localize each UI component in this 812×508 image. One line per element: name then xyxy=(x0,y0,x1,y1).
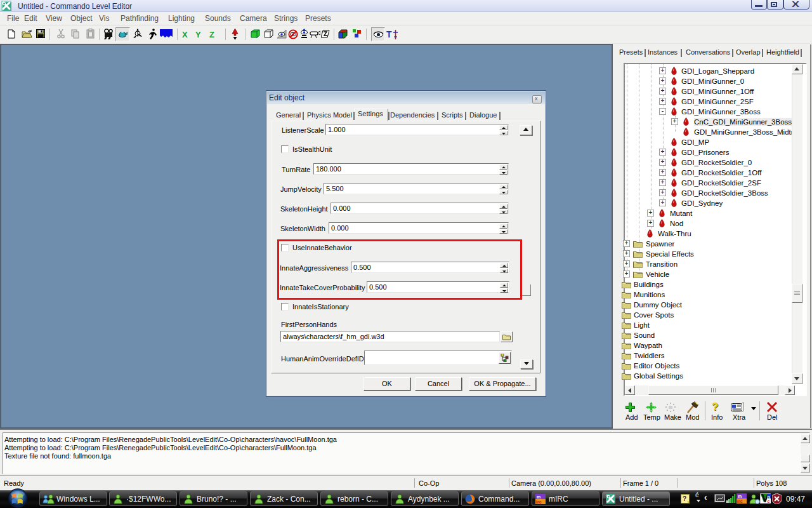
svg-text:m: m xyxy=(537,495,540,499)
svg-text:irc: irc xyxy=(737,499,743,504)
svg-text:irc: irc xyxy=(536,500,542,504)
svg-text:m: m xyxy=(738,494,742,498)
svg-text:c: c xyxy=(768,499,770,504)
svg-text:?: ? xyxy=(683,495,686,502)
svg-text:n: n xyxy=(768,495,770,499)
